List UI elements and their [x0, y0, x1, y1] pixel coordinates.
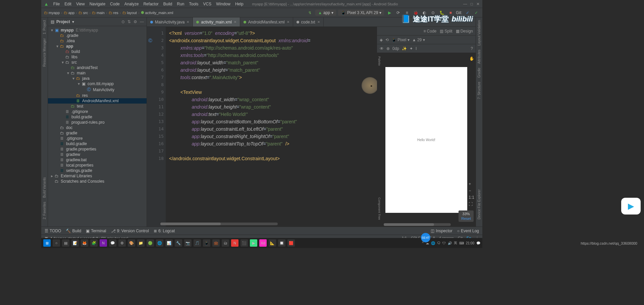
taskbar-app-2[interactable]: 🦊	[81, 239, 88, 247]
side-tab-device-explorer[interactable]: Device File Explorer	[477, 189, 481, 219]
tree-node-build-gradle[interactable]: 🗏build.gradle	[48, 114, 147, 120]
panel-dropdown-icon[interactable]: ▾	[72, 19, 74, 24]
menu-vcs[interactable]: VCS	[203, 2, 212, 6]
tree-node-build-gradle[interactable]: 🗏build.gradle	[48, 141, 147, 146]
taskbar-app-21[interactable]: 🟥	[287, 239, 295, 247]
tray-notifications-icon[interactable]: 💬	[476, 241, 480, 245]
task-view-button[interactable]: ▤	[62, 239, 69, 247]
tree-node--gitignore[interactable]: 🗏.gitignore	[48, 136, 147, 141]
tree-node-app[interactable]: ▾🗀app	[48, 44, 147, 49]
tool-vcs[interactable]: ⎇ 9: Version Control	[111, 229, 149, 233]
panel-hide-icon[interactable]: —	[140, 19, 144, 24]
tree-node--idea[interactable]: 🗀.idea	[48, 38, 147, 44]
side-tab-resource-manager[interactable]: Resource Manager	[43, 38, 46, 67]
tool-logcat[interactable]: ≣ 6: Logcat	[154, 229, 175, 233]
taskbar-app-18[interactable]: ⬛	[240, 239, 248, 247]
tray-ime[interactable]: 英	[454, 241, 457, 245]
taskbar-app-12[interactable]: 📷	[184, 239, 192, 247]
tree-node-res[interactable]: 🗀res	[48, 93, 147, 98]
editor-h-scrollbar[interactable]	[160, 223, 278, 225]
menu-file[interactable]: File	[53, 2, 60, 6]
taskbar-app-3[interactable]: 🧩	[90, 239, 98, 247]
surface-toggle-icon[interactable]: ◈	[380, 38, 383, 42]
tool-inspector[interactable]: ◫ Inspector	[431, 229, 452, 233]
menu-build[interactable]: Build	[163, 2, 172, 6]
taskbar-app-6[interactable]: 🎨	[128, 239, 135, 247]
taskbar-app-17[interactable]: N	[231, 239, 238, 247]
menu-analyze[interactable]: Analyze	[124, 2, 139, 6]
taskbar-app-11[interactable]: 🔧	[175, 239, 182, 247]
palette-label[interactable]: Palette	[378, 56, 381, 66]
component-tree-label[interactable]: Component Tree	[378, 197, 381, 220]
side-tab-favorites[interactable]: 2: Favorites	[43, 202, 46, 219]
tree-node-doc[interactable]: 🗀doc	[48, 125, 147, 130]
taskbar-app-10[interactable]: 📊	[165, 239, 173, 247]
taskbar-app-4[interactable]: 💬	[109, 239, 116, 247]
tab-activity-main-xml[interactable]: activity_main.xml✕	[193, 17, 240, 26]
pan-icon[interactable]: ✋	[469, 56, 474, 61]
bilibili-play-button[interactable]: ▶	[621, 198, 641, 215]
tool-eventlog[interactable]: ○ Event Log	[457, 229, 479, 233]
view-options-icon[interactable]: 👁	[380, 46, 384, 51]
tree-node-java[interactable]: ▾🗀java	[48, 76, 147, 81]
tree-node-gradlew-bat[interactable]: 🗏gradlew.bat	[48, 157, 147, 163]
clear-constraints-icon[interactable]: ✨	[402, 46, 407, 51]
apply-changes-button[interactable]: ⟳	[395, 9, 401, 16]
taskbar-app-20[interactable]: 🔲	[278, 239, 285, 247]
menu-navigate[interactable]: Navigate	[90, 2, 105, 6]
tree-node-androidmanifest-xml[interactable]: 🗏AndroidManifest.xml	[48, 98, 147, 104]
code-editor[interactable]: Ⓒ 123456789101112131415161718 <?xml vers…	[147, 27, 377, 227]
side-tab-layout-validation[interactable]: Layout Validation	[477, 20, 481, 46]
attributes-toggle-icon[interactable]: ?	[471, 46, 473, 51]
tree-node-src[interactable]: ▾🗀src	[48, 60, 147, 65]
tab-close-icon[interactable]: ✕	[317, 20, 320, 24]
breadcrumb-layout[interactable]: 🗀layout	[122, 11, 137, 15]
breadcrumb-src[interactable]: 🗀src	[78, 11, 88, 15]
zoom-in-icon[interactable]: +	[469, 182, 474, 186]
tab-close-icon[interactable]: ✕	[287, 20, 289, 24]
mode-code[interactable]: ≡ Code	[424, 29, 437, 34]
tray-lang[interactable]: ⌨	[459, 241, 464, 245]
menu-run[interactable]: Run	[177, 2, 184, 6]
tree-node-mainactivity[interactable]: ⒸMainActivity	[48, 86, 147, 93]
tree-node-com-ttit-myapp[interactable]: ▾▣com.ttit.myapp	[48, 81, 147, 86]
tree-node-build[interactable]: 🗀build	[48, 49, 147, 54]
tab-close-icon[interactable]: ✕	[186, 20, 189, 24]
tray-time[interactable]: 21:00	[466, 241, 474, 245]
search-button[interactable]: ○	[53, 239, 60, 247]
taskbar-app-5[interactable]: ⚙	[118, 239, 126, 247]
taskbar-app-16[interactable]: 🗂	[222, 239, 229, 247]
mode-split[interactable]: ▥ Split	[440, 29, 452, 34]
tree-node-proguard-rules-pro[interactable]: 🗏proguard-rules.pro	[48, 120, 147, 125]
layout-preview[interactable]: Hello World!	[385, 67, 467, 213]
tool-terminal[interactable]: ▣ Terminal	[86, 229, 106, 233]
taskbar-app-19[interactable]: 📐	[269, 239, 276, 247]
tree-node--gradle[interactable]: 🗀.gradle	[48, 33, 147, 38]
mode-design[interactable]: ▦ Design	[456, 29, 473, 34]
taskbar-app-7[interactable]: 📁	[137, 239, 145, 247]
breadcrumb-app[interactable]: 🗀app	[64, 11, 74, 15]
tree-node-androidtest[interactable]: 🗀androidTest	[48, 65, 147, 70]
tree-node-gradle-properties[interactable]: 🗏gradle.properties	[48, 146, 147, 152]
maximize-button[interactable]: □	[471, 2, 473, 6]
tab-mainactivity-java[interactable]: MainActivity.java✕	[147, 17, 193, 26]
tree-node-local-properties[interactable]: 🗏local.properties	[48, 163, 147, 168]
taskbar-app-13[interactable]: 🎵	[194, 239, 201, 247]
sync-gradle-button[interactable]: ↯	[307, 9, 313, 16]
side-tab-gradle[interactable]: Gradle	[477, 68, 481, 78]
tree-node-gradlew[interactable]: 🗏gradlew	[48, 152, 147, 157]
taskbar-app-8[interactable]: 🟢	[147, 239, 154, 247]
close-button[interactable]: ✕	[476, 2, 480, 6]
zoom-reset[interactable]: Reset	[461, 217, 471, 221]
panel-title[interactable]: Project	[56, 19, 70, 24]
tray-icon-4[interactable]: 🛡	[442, 241, 446, 245]
side-tab-build-variants[interactable]: Build Variants	[43, 177, 46, 198]
zoom-fit-icon[interactable]: 1:1	[469, 195, 474, 200]
breadcrumb-myapp[interactable]: 🗀myapp	[44, 11, 60, 15]
run-button[interactable]: ▶	[386, 9, 393, 16]
breadcrumb-main[interactable]: 🗀main	[92, 11, 105, 15]
project-dropdown-icon[interactable]: ▤	[51, 19, 54, 24]
menu-help[interactable]: Help	[235, 2, 244, 6]
menu-tools[interactable]: Tools	[189, 2, 199, 6]
tree-node-external-libraries[interactable]: ▸🗀External Libraries	[48, 173, 147, 179]
